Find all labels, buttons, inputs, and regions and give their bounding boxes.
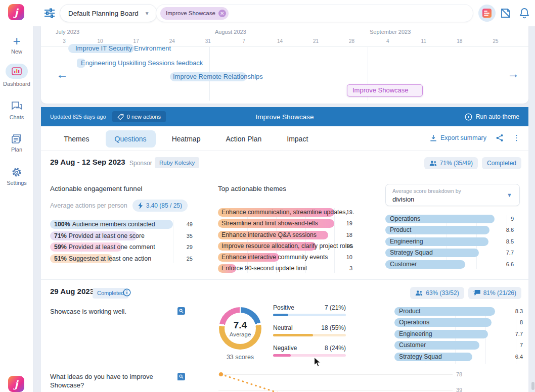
sidebar-item-chats[interactable]: Chats [0,101,33,120]
funnel-row[interactable]: 51%Suggested at least one action 25 [50,254,193,263]
theme-row[interactable]: Enhance interactive community events 10 [218,253,352,262]
funnel-row[interactable]: 59%Provided at least one comment 29 [50,242,193,252]
tab-action-plan[interactable]: Action Plan [216,130,271,148]
theme-row[interactable]: Enforce 90-second update limit 3 [218,264,352,273]
score-value: 8.5 [506,237,514,246]
filter-sliders-icon[interactable] [44,8,55,18]
session-date: 29 Aug 2023 [50,287,94,296]
timeline-next-arrow[interactable]: → [507,68,519,80]
funnel-row-label: 100%Audience members contacted [54,220,155,229]
breakdown-row[interactable]: Strategy Squad 6.4 [394,353,523,361]
funnel-row[interactable]: 71%Provided at least one score 35 [50,231,193,240]
sentiment-value: 7 (21%) [325,304,346,311]
top-bar: j Default Planning Board ▼ Improve Showc… [0,0,535,26]
theme-row[interactable]: Improve resource allocation, clarify pro… [218,242,352,251]
board-selector[interactable]: Default Planning Board ▼ [60,4,157,22]
avg-actions-badge[interactable]: 3.40 (85 / 25) [132,200,188,212]
scrollbar-thumb[interactable] [531,382,534,390]
info-icon[interactable] [123,288,131,297]
sidebar-item-plan[interactable]: Plan [0,133,33,153]
themes-title: Top actionable themes [218,185,352,192]
sidebar-item-new[interactable]: + New [0,35,33,55]
theme-row[interactable]: Enhance interactive Q&A sessions 18 [218,231,352,239]
participation-badge[interactable]: 71% (35/49) [424,157,478,169]
session-comments-badge[interactable]: 81% (21/26) [468,287,521,299]
tab-heatmap[interactable]: Heatmap [163,130,210,148]
score-label: Product [390,226,411,234]
sentiment-row[interactable]: Negative 8 (24%) [273,345,346,365]
timeline-task[interactable]: Improve IT Security Environment [68,44,134,53]
banner-title: Improve Showcase [41,113,528,121]
sentiment-label: Negative [273,345,297,352]
magnifier-icon [179,309,184,313]
play-circle-icon [465,113,472,121]
breakdown-row[interactable]: Strategy Squad 7.7 [385,249,514,257]
tab-impact[interactable]: Impact [278,130,317,148]
more-options-icon[interactable]: ⋮ [513,133,520,142]
theme-label: Enhance interactive community events [221,253,328,262]
sentiment-row[interactable]: Positive 7 (21%) [273,304,346,324]
search-input[interactable]: Improve Showcase ✕ [156,4,473,22]
funnel-row[interactable]: 100%Audience members contacted 49 [50,220,193,229]
sidebar-item-settings[interactable]: Settings [0,167,33,186]
score-label: Customer [399,341,426,350]
board-selector-label: Default Planning Board [68,10,139,17]
tab-themes[interactable]: Themes [55,130,99,148]
sentiment-value: 18 (55%) [321,324,346,331]
timeline-prev-arrow[interactable]: ← [56,68,68,80]
timeline-task-selected[interactable]: Improve Showcase [347,84,423,96]
score-label: Operations [390,215,420,223]
theme-value: 3 [349,264,352,273]
dashboard-chart-icon [12,67,22,75]
avg-actions-value: 3.40 (85 / 25) [146,202,182,209]
breakdown-row[interactable]: Operations 9 [385,215,514,223]
share-icon[interactable] [496,134,504,142]
bell-icon[interactable] [519,7,530,19]
tab-questions[interactable]: Questions [106,130,156,148]
inspect-question-button[interactable] [177,373,185,380]
theme-row[interactable]: Enhance communication, streamline update… [218,208,352,217]
inspect-question-button[interactable] [177,307,185,315]
theme-value: 19 [346,208,352,217]
timeline-task[interactable]: Improve Remote Relationships [170,72,247,81]
divider [41,279,528,280]
filter-chip[interactable]: Improve Showcase ✕ [160,7,229,20]
session-comments-value: 81% (21/26) [483,289,516,297]
sidebar-item-label: Dashboard [0,81,33,87]
app-logo[interactable]: j [8,4,24,20]
breakdown-row[interactable]: Customer 6.6 [385,260,514,269]
theme-label: Improve resource allocation, clarify pro… [221,242,353,251]
sentiment-row[interactable]: Neutral 18 (55%) [273,324,346,345]
timeline-task[interactable]: Engineering Upskilling Sessions feedback [77,59,85,68]
breakdown-row[interactable]: Product 8.6 [385,226,514,234]
breakdown-row[interactable]: Operations 8 [394,318,523,327]
sponsor-name-chip[interactable]: Ruby Kolesky [155,157,199,168]
messages-disabled-icon[interactable] [500,7,512,19]
run-auto-theme-label: Run auto-theme [476,113,519,120]
breakdown-row[interactable]: Engineering 7.7 [394,330,523,338]
breakdown-row[interactable]: Product 8.3 [394,307,523,316]
remove-chip-icon[interactable]: ✕ [218,10,226,17]
breakdown-row[interactable]: Engineering 8.5 [385,237,514,246]
export-summary-button[interactable]: Export summary [430,134,486,142]
theme-label: Enhance interactive Q&A sessions [221,231,317,239]
sidebar-item-dashboard[interactable]: Dashboard [0,64,33,87]
timeline-day-ticks: 310 1724 317 1421 284 1118 25 [59,38,501,44]
lightning-icon [138,202,144,209]
breakdown-dropdown[interactable]: Average score breakdown by division ▼ [385,184,520,206]
session-participation-badge[interactable]: 63% (33/52) [410,287,464,299]
run-auto-theme-button[interactable]: Run auto-theme [465,113,519,121]
breakdown-row[interactable]: Customer 7 [394,341,523,350]
task-label: Improve IT Security Environment [75,44,171,53]
dropdown-value: division [392,195,414,203]
theme-row[interactable]: Streamline and limit show-and-tells 19 [218,219,352,228]
plan-icon [11,133,22,144]
tab-bar: Themes Questions Heatmap Action Plan Imp… [55,130,317,148]
score-value: 6.4 [515,353,523,361]
summary-button[interactable] [478,5,496,22]
question-text: What ideas do you have to improve Showca… [50,372,171,389]
tab-actions: Export summary ⋮ [430,133,520,142]
score-value: 7 [520,341,523,350]
download-icon [430,134,437,142]
task-label: Improve Showcase [352,85,409,96]
